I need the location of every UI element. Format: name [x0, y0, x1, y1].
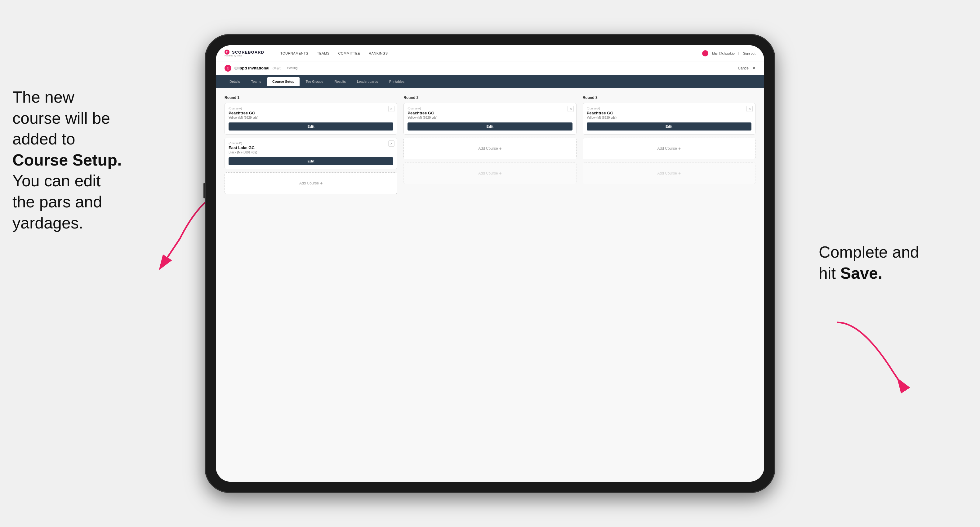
tab-leaderboards[interactable]: Leaderboards: [352, 77, 383, 86]
logo-text: SCOREBOARD: [232, 50, 264, 54]
round-3-course-a-edit-btn[interactable]: Edit: [587, 122, 751, 130]
tab-tee-groups[interactable]: Tee Groups: [301, 77, 328, 86]
user-email: blair@clippd.io: [712, 51, 734, 55]
tablet-screen: C SCOREBOARD Powered by clippd TOURNAMEN…: [216, 45, 764, 482]
nav-separator: |: [738, 51, 739, 55]
round-3-add-course-text: Add Course: [657, 146, 677, 151]
round-1-label: Round 1: [224, 95, 397, 100]
round-3-label: Round 3: [583, 95, 756, 100]
round-2-course-a-label: (Course A): [407, 107, 572, 110]
tournament-title: C Clippd Invitational (Men) Hosting: [224, 65, 298, 71]
tournament-header: C Clippd Invitational (Men) Hosting Canc…: [216, 61, 764, 75]
round-2-course-a-name: Peachtree GC: [407, 111, 572, 115]
logo-c-icon: C: [224, 49, 229, 54]
round-2-course-a-card: ✕ (Course A) Peachtree GC Yellow (M) (66…: [404, 103, 576, 135]
round-3-add-course-disabled-plus: +: [678, 171, 681, 176]
round-2-course-a-details: Yellow (M) (6629 yds): [407, 116, 572, 119]
nav-links: TOURNAMENTS TEAMS COMMITTEE RANKINGS: [280, 51, 691, 55]
round-3-column: Round 3 ✕ (Course A) Peachtree GC Yellow…: [583, 95, 756, 197]
round-1-course-b-name: East Lake GC: [229, 145, 393, 150]
round-1-course-a-edit-btn[interactable]: Edit: [229, 122, 393, 130]
tab-course-setup[interactable]: Course Setup: [267, 77, 299, 86]
round-1-course-a-card: ✕ (Course A) Peachtree GC Yellow (M) (66…: [224, 103, 397, 135]
tab-printables[interactable]: Printables: [384, 77, 409, 86]
tablet-side-button: [204, 183, 205, 198]
tournament-division: (Men): [273, 66, 282, 70]
scoreboard-logo: C SCOREBOARD Powered by clippd: [224, 49, 264, 57]
round-2-column: Round 2 ✕ (Course A) Peachtree GC Yellow…: [404, 95, 576, 197]
tab-results[interactable]: Results: [329, 77, 351, 86]
round-3-add-course-disabled-text: Add Course: [657, 171, 677, 175]
round-3-course-a-delete-btn[interactable]: ✕: [746, 106, 752, 112]
top-nav: C SCOREBOARD Powered by clippd TOURNAMEN…: [216, 45, 764, 61]
powered-by: Powered by clippd: [224, 54, 264, 57]
round-3-course-a-details: Yellow (M) (6629 yds): [587, 116, 751, 119]
round-1-course-b-delete-btn[interactable]: ✕: [388, 140, 395, 147]
round-2-course-a-delete-btn[interactable]: ✕: [568, 106, 574, 112]
nav-committee[interactable]: COMMITTEE: [338, 51, 360, 55]
cancel-button[interactable]: Cancel ✕: [738, 66, 756, 70]
round-1-course-b-details: Black (M) (6891 yds): [229, 151, 393, 154]
round-3-course-a-name: Peachtree GC: [587, 111, 751, 115]
arrow-right: [831, 316, 924, 397]
round-1-course-b-edit-btn[interactable]: Edit: [229, 157, 393, 165]
rounds-grid: Round 1 ✕ (Course A) Peachtree GC Yellow…: [224, 95, 756, 197]
round-3-course-a-label: (Course A): [587, 107, 751, 110]
round-1-add-course-text: Add Course: [299, 181, 319, 186]
round-2-add-course-plus: +: [499, 146, 502, 151]
round-2-add-course-disabled: Add Course +: [404, 162, 576, 184]
tournament-logo-c: C: [224, 65, 231, 71]
round-1-course-a-name: Peachtree GC: [229, 111, 393, 115]
round-2-label: Round 2: [404, 95, 576, 100]
round-1-course-a-label: (Course A): [229, 107, 393, 110]
round-2-course-a-edit-btn[interactable]: Edit: [407, 122, 572, 130]
nav-tournaments[interactable]: TOURNAMENTS: [280, 51, 308, 55]
round-3-course-a-card: ✕ (Course A) Peachtree GC Yellow (M) (66…: [583, 103, 756, 135]
round-3-add-course-plus: +: [678, 146, 681, 151]
nav-teams[interactable]: TEAMS: [317, 51, 329, 55]
tab-teams[interactable]: Teams: [246, 77, 266, 86]
tab-bar: Details Teams Course Setup Tee Groups Re…: [216, 75, 764, 88]
nav-right: blair@clippd.io | Sign out: [702, 50, 756, 56]
round-2-add-course-disabled-plus: +: [499, 171, 502, 176]
round-3-add-course-btn[interactable]: Add Course +: [583, 138, 756, 159]
tablet-frame: C SCOREBOARD Powered by clippd TOURNAMEN…: [205, 34, 775, 493]
round-2-add-course-disabled-text: Add Course: [478, 171, 498, 175]
round-1-course-a-delete-btn[interactable]: ✕: [388, 106, 395, 112]
round-2-add-course-btn[interactable]: Add Course +: [404, 138, 576, 159]
nav-rankings[interactable]: RANKINGS: [369, 51, 388, 55]
tab-details[interactable]: Details: [224, 77, 245, 86]
round-3-add-course-disabled: Add Course +: [583, 162, 756, 184]
sign-out-link[interactable]: Sign out: [743, 51, 756, 55]
round-1-course-a-details: Yellow (M) (6629 yds): [229, 116, 393, 119]
round-1-column: Round 1 ✕ (Course A) Peachtree GC Yellow…: [224, 95, 397, 197]
round-1-course-b-card: ✕ (Course B) East Lake GC Black (M) (689…: [224, 138, 397, 169]
round-1-course-b-label: (Course B): [229, 142, 393, 145]
round-2-add-course-text: Add Course: [478, 146, 498, 151]
annotation-right: Complete and hit Save.: [819, 242, 949, 284]
round-1-add-course-btn[interactable]: Add Course +: [224, 172, 397, 194]
user-avatar: [702, 50, 708, 56]
main-content: Round 1 ✕ (Course A) Peachtree GC Yellow…: [216, 88, 764, 482]
round-1-add-course-plus: +: [320, 181, 323, 186]
tournament-name: Clippd Invitational: [234, 66, 269, 70]
hosting-badge: Hosting: [287, 66, 298, 70]
